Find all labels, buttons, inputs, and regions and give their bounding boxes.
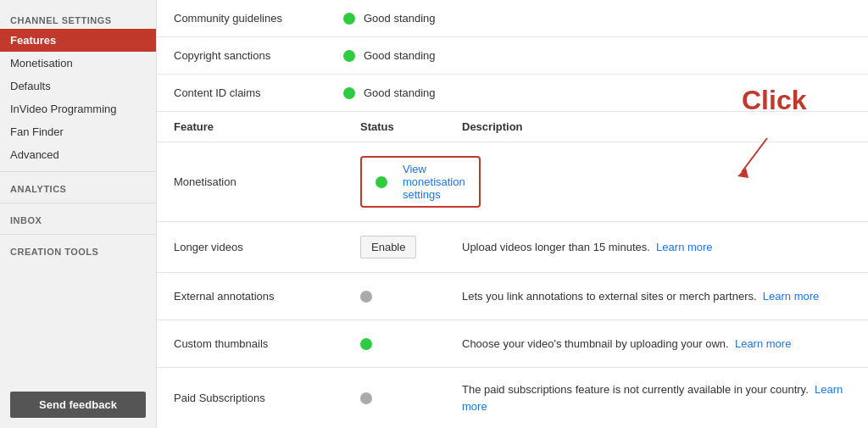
custom-thumbnails-feature-desc: Choose your video's thumbnail by uploadi… — [462, 336, 851, 353]
status-col-header: Status — [360, 120, 462, 133]
sidebar-item-fanfinder[interactable]: Fan Finder — [0, 120, 156, 143]
copyright-sanctions-row: Copyright sanctions Good standing — [157, 37, 868, 75]
external-annotations-feature-name: External annotations — [174, 290, 360, 303]
monetisation-feature-status: View monetisation settings — [360, 156, 462, 208]
paid-subscriptions-feature-status — [360, 392, 462, 404]
monetisation-feature-row: Monetisation View monetisation settings — [157, 142, 868, 222]
feature-table-header: Feature Status Description — [157, 112, 868, 142]
inbox-title: INBOX — [0, 208, 156, 229]
sidebar-item-advanced[interactable]: Advanced — [0, 143, 156, 166]
creation-tools-title: CREATION TOOLS — [0, 240, 156, 260]
channel-settings-title: CHANNEL SETTINGS — [0, 8, 156, 29]
community-guidelines-row: Community guidelines Good standing — [157, 0, 868, 37]
sidebar-item-defaults[interactable]: Defaults — [0, 75, 156, 97]
custom-thumbnails-desc-text: Choose your video's thumbnail by uploadi… — [462, 337, 729, 350]
community-guidelines-status: Good standing — [364, 12, 436, 25]
community-guidelines-dot — [343, 13, 355, 25]
analytics-title: ANALYTICS — [0, 177, 156, 197]
send-feedback-button[interactable]: Send feedback — [10, 392, 146, 418]
paid-subscriptions-feature-name: Paid Subscriptions — [174, 392, 360, 404]
main-content: Community guidelines Good standing Copyr… — [157, 0, 868, 428]
longer-videos-feature-name: Longer videos — [174, 241, 360, 253]
custom-thumbnails-feature-row: Custom thumbnails Choose your video's th… — [157, 320, 868, 368]
custom-thumbnails-dot — [360, 338, 372, 350]
paid-subscriptions-feature-desc: The paid subscriptions feature is not cu… — [462, 381, 851, 414]
divider-3 — [0, 234, 156, 235]
content-id-claims-dot — [343, 87, 355, 99]
sidebar-item-features[interactable]: Features — [0, 29, 156, 52]
external-annotations-dot — [360, 291, 372, 303]
custom-thumbnails-feature-name: Custom thumbnails — [174, 337, 360, 350]
sidebar-item-invideo[interactable]: InVideo Programming — [0, 97, 156, 120]
custom-thumbnails-learn-more[interactable]: Learn more — [735, 337, 791, 350]
longer-videos-learn-more[interactable]: Learn more — [656, 241, 712, 253]
sidebar: CHANNEL SETTINGS Features Monetisation D… — [0, 0, 157, 428]
longer-videos-feature-desc: Upload videos longer than 15 minutes. Le… — [462, 239, 851, 256]
external-annotations-feature-row: External annotations Lets you link annot… — [157, 273, 868, 320]
monetisation-dot — [376, 176, 387, 188]
external-annotations-learn-more[interactable]: Learn more — [763, 290, 819, 303]
content-id-claims-label: Content ID claims — [174, 86, 343, 99]
longer-videos-feature-status: Enable — [360, 236, 462, 258]
paid-subscriptions-dot — [360, 392, 372, 404]
longer-videos-feature-row: Longer videos Enable Upload videos longe… — [157, 222, 868, 273]
paid-subscriptions-feature-row: Paid Subscriptions The paid subscription… — [157, 368, 868, 428]
copyright-sanctions-label: Copyright sanctions — [174, 49, 343, 62]
divider-2 — [0, 203, 156, 203]
paid-subscriptions-desc-text: The paid subscriptions feature is not cu… — [462, 383, 809, 396]
external-annotations-desc-text: Lets you link annotations to external si… — [462, 290, 757, 303]
longer-videos-enable-button[interactable]: Enable — [360, 236, 416, 258]
monetisation-feature-name: Monetisation — [174, 175, 360, 188]
sidebar-item-monetisation[interactable]: Monetisation — [0, 52, 156, 75]
monetisation-box[interactable]: View monetisation settings — [360, 156, 481, 208]
view-monetisation-link[interactable]: View monetisation settings — [403, 163, 465, 201]
divider-1 — [0, 171, 156, 172]
description-col-header: Description — [462, 120, 851, 133]
longer-videos-desc-text: Upload videos longer than 15 minutes. — [462, 241, 650, 253]
external-annotations-feature-desc: Lets you link annotations to external si… — [462, 288, 851, 305]
copyright-sanctions-dot — [343, 50, 355, 62]
feature-col-header: Feature — [174, 120, 360, 133]
copyright-sanctions-status: Good standing — [364, 49, 436, 62]
content-id-claims-status: Good standing — [364, 86, 436, 99]
community-guidelines-label: Community guidelines — [174, 12, 343, 25]
content-id-claims-row: Content ID claims Good standing — [157, 75, 868, 112]
custom-thumbnails-feature-status — [360, 338, 462, 350]
external-annotations-feature-status — [360, 291, 462, 303]
